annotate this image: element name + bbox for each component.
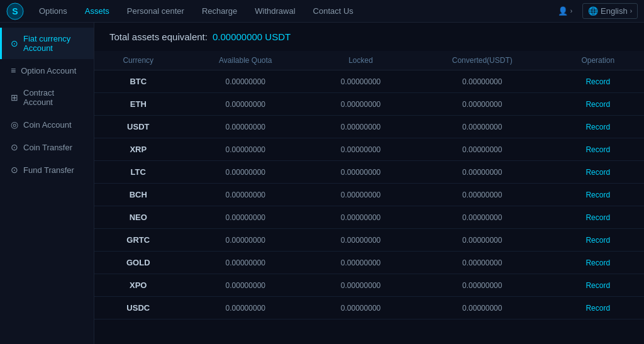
nav-personal-center[interactable]: Personal center: [119, 4, 192, 18]
user-chevron-icon: ›: [570, 8, 572, 14]
locked-cell: 0.00000000: [309, 229, 413, 252]
locked-cell: 0.00000000: [309, 161, 413, 184]
sidebar-label-fund-transfer: Fund Transfer: [23, 165, 74, 175]
lang-chevron-icon: ›: [630, 8, 632, 14]
operation-cell: Record: [552, 184, 644, 206]
table-row: LTC 0.00000000 0.00000000 0.00000000 Rec…: [94, 161, 644, 184]
converted-cell: 0.00000000: [413, 116, 552, 138]
record-link[interactable]: Record: [586, 304, 610, 313]
available-cell: 0.00000000: [182, 138, 309, 161]
converted-cell: 0.00000000: [413, 138, 552, 161]
available-cell: 0.00000000: [182, 274, 309, 297]
locked-cell: 0.00000000: [309, 274, 413, 297]
sidebar-item-fiat[interactable]: ⊙ Fiat currency Account: [0, 28, 94, 59]
record-link[interactable]: Record: [586, 213, 610, 222]
currency-cell: ETH: [94, 93, 182, 116]
table-row: BCH 0.00000000 0.00000000 0.00000000 Rec…: [94, 184, 644, 206]
globe-icon: 🌐: [588, 6, 598, 16]
record-link[interactable]: Record: [586, 145, 610, 154]
table-row: GOLD 0.00000000 0.00000000 0.00000000 Re…: [94, 252, 644, 274]
currency-cell: BTC: [94, 70, 182, 93]
locked-cell: 0.00000000: [309, 297, 413, 319]
sidebar-label-coin-transfer: Coin Transfer: [23, 143, 72, 152]
locked-cell: 0.00000000: [309, 70, 413, 93]
record-link[interactable]: Record: [586, 100, 610, 109]
sidebar-label-contract: Contract Account: [23, 88, 85, 107]
th-available: Available Quota: [182, 51, 309, 70]
operation-cell: Record: [552, 229, 644, 252]
currency-cell: NEO: [94, 206, 182, 229]
top-nav: S Options Assets Personal center Recharg…: [0, 0, 644, 23]
total-assets-label: Total assets equivalent:: [109, 31, 208, 42]
record-link[interactable]: Record: [586, 123, 610, 131]
th-currency: Currency: [94, 51, 182, 70]
fund-transfer-icon: ⊙: [11, 165, 18, 175]
record-link[interactable]: Record: [586, 191, 610, 199]
table-row: NEO 0.00000000 0.00000000 0.00000000 Rec…: [94, 206, 644, 229]
user-button[interactable]: 👤 ›: [553, 4, 577, 18]
table-row: XRP 0.00000000 0.00000000 0.00000000 Rec…: [94, 138, 644, 161]
sidebar-item-contract[interactable]: ⊞ Contract Account: [0, 82, 94, 113]
nav-items: Options Assets Personal center Recharge …: [31, 4, 553, 18]
currency-cell: USDC: [94, 297, 182, 319]
available-cell: 0.00000000: [182, 161, 309, 184]
operation-cell: Record: [552, 206, 644, 229]
th-converted: Converted(USDT): [413, 51, 552, 70]
locked-cell: 0.00000000: [309, 138, 413, 161]
available-cell: 0.00000000: [182, 116, 309, 138]
locked-cell: 0.00000000: [309, 93, 413, 116]
logo: S: [6, 3, 24, 20]
locked-cell: 0.00000000: [309, 252, 413, 274]
converted-cell: 0.00000000: [413, 70, 552, 93]
table-row: ETH 0.00000000 0.00000000 0.00000000 Rec…: [94, 93, 644, 116]
converted-cell: 0.00000000: [413, 184, 552, 206]
sidebar-item-coin-transfer[interactable]: ⊙ Coin Transfer: [0, 136, 94, 158]
currency-cell: XPO: [94, 274, 182, 297]
operation-cell: Record: [552, 138, 644, 161]
nav-contact[interactable]: Contact Us: [306, 4, 361, 18]
operation-cell: Record: [552, 252, 644, 274]
record-link[interactable]: Record: [586, 236, 610, 245]
converted-cell: 0.00000000: [413, 229, 552, 252]
available-cell: 0.00000000: [182, 70, 309, 93]
table-row: GRTC 0.00000000 0.00000000 0.00000000 Re…: [94, 229, 644, 252]
currency-cell: LTC: [94, 161, 182, 184]
record-link[interactable]: Record: [586, 258, 610, 267]
nav-options[interactable]: Options: [31, 4, 75, 18]
table-row: USDC 0.00000000 0.00000000 0.00000000 Re…: [94, 297, 644, 319]
nav-recharge[interactable]: Recharge: [194, 4, 245, 18]
record-link[interactable]: Record: [586, 281, 610, 290]
content-header: Total assets equivalent: 0.00000000 USDT: [94, 23, 644, 51]
currency-cell: GOLD: [94, 252, 182, 274]
sidebar-label-fiat: Fiat currency Account: [23, 34, 85, 53]
sidebar-item-option[interactable]: ≡ Option Account: [0, 59, 94, 82]
nav-assets[interactable]: Assets: [77, 4, 117, 18]
sidebar-item-coin[interactable]: ◎ Coin Account: [0, 113, 94, 136]
available-cell: 0.00000000: [182, 184, 309, 206]
sidebar: ⊙ Fiat currency Account ≡ Option Account…: [0, 23, 94, 344]
converted-cell: 0.00000000: [413, 93, 552, 116]
coin-transfer-icon: ⊙: [11, 142, 18, 152]
converted-cell: 0.00000000: [413, 161, 552, 184]
nav-withdrawal[interactable]: Withdrawal: [247, 4, 303, 18]
sidebar-item-fund-transfer[interactable]: ⊙ Fund Transfer: [0, 158, 94, 181]
converted-cell: 0.00000000: [413, 206, 552, 229]
available-cell: 0.00000000: [182, 297, 309, 319]
language-button[interactable]: 🌐 English ›: [582, 3, 638, 19]
coin-icon: ◎: [11, 119, 18, 130]
record-link[interactable]: Record: [586, 77, 610, 86]
th-operation: Operation: [552, 51, 644, 70]
contract-icon: ⊞: [11, 92, 18, 103]
converted-cell: 0.00000000: [413, 274, 552, 297]
available-cell: 0.00000000: [182, 229, 309, 252]
operation-cell: Record: [552, 70, 644, 93]
record-link[interactable]: Record: [586, 168, 610, 177]
fiat-icon: ⊙: [11, 38, 18, 48]
nav-right: 👤 › 🌐 English ›: [553, 3, 638, 19]
operation-cell: Record: [552, 93, 644, 116]
asset-table: Currency Available Quota Locked Converte…: [94, 51, 644, 319]
table-header-row: Currency Available Quota Locked Converte…: [94, 51, 644, 70]
user-icon: 👤: [558, 6, 568, 16]
operation-cell: Record: [552, 297, 644, 319]
operation-cell: Record: [552, 161, 644, 184]
